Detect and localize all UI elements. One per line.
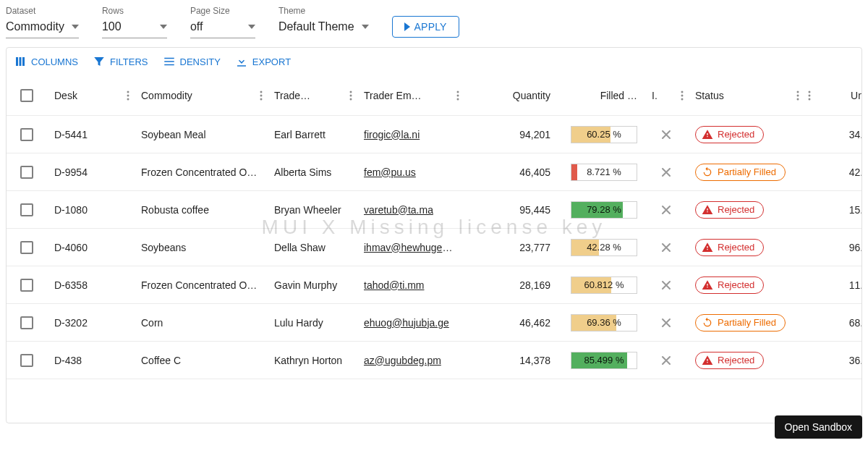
cell-desk: D-6358 bbox=[47, 279, 134, 291]
col-trader[interactable]: Trade… bbox=[267, 90, 357, 101]
export-button[interactable]: EXPORT bbox=[235, 55, 291, 68]
col-status[interactable]: Status bbox=[688, 90, 804, 101]
row-checkbox[interactable] bbox=[20, 354, 33, 367]
email-link[interactable]: ehuog@hujubja.ge bbox=[364, 317, 449, 329]
cell-commodity: Coffee C bbox=[134, 355, 267, 366]
cell-status: Partially Filled bbox=[688, 164, 804, 181]
row-checkbox[interactable] bbox=[20, 166, 33, 179]
status-badge: Rejected bbox=[695, 352, 764, 369]
col-desk[interactable]: Desk bbox=[47, 90, 134, 101]
close-icon[interactable] bbox=[659, 127, 673, 142]
fill-value: 42.28 % bbox=[587, 242, 621, 253]
col-filled[interactable]: Filled … bbox=[558, 90, 644, 101]
column-menu-icon[interactable] bbox=[808, 90, 811, 101]
density-button[interactable]: DENSITY bbox=[163, 55, 221, 68]
row-checkbox[interactable] bbox=[20, 241, 33, 254]
dataset-value: Commodity bbox=[6, 20, 64, 33]
cell-filled: 69.36 % bbox=[558, 314, 644, 332]
download-icon bbox=[235, 55, 248, 68]
row-checkbox[interactable] bbox=[20, 279, 33, 292]
close-icon[interactable] bbox=[659, 278, 673, 292]
cell-email: az@ugubdeg.pm bbox=[357, 355, 464, 366]
table-row[interactable]: D-5441Soybean MealEarl Barrettfirogic@la… bbox=[7, 116, 861, 153]
cell-trader: Gavin Murphy bbox=[267, 279, 357, 291]
cell-email: varetub@ta.ma bbox=[357, 204, 464, 216]
column-menu-icon[interactable] bbox=[681, 90, 684, 101]
select-all-checkbox[interactable] bbox=[20, 89, 33, 102]
svg-point-15 bbox=[681, 90, 684, 93]
email-link[interactable]: varetub@ta.ma bbox=[364, 204, 433, 216]
email-link[interactable]: fem@pu.us bbox=[364, 166, 416, 178]
cell-uni: 15.7 bbox=[804, 204, 862, 216]
open-sandbox-button[interactable]: Open Sandbox bbox=[775, 415, 862, 439]
col-uni[interactable]: Uni. bbox=[804, 90, 862, 101]
fill-value: 85.499 % bbox=[584, 355, 624, 366]
close-icon[interactable] bbox=[659, 353, 673, 368]
pagesize-control: Page Size off bbox=[190, 6, 255, 38]
filter-icon bbox=[93, 55, 106, 68]
row-checkbox[interactable] bbox=[20, 203, 33, 216]
close-icon[interactable] bbox=[659, 203, 673, 217]
status-badge: Rejected bbox=[695, 239, 764, 256]
close-icon[interactable] bbox=[659, 316, 673, 330]
cell-email: ehuog@hujubja.ge bbox=[357, 317, 464, 329]
cell-filled: 60.812 % bbox=[558, 276, 644, 294]
col-i[interactable]: I. bbox=[644, 90, 688, 101]
warning-icon bbox=[702, 204, 713, 216]
col-uni-label: Uni. bbox=[811, 90, 862, 101]
column-menu-icon[interactable] bbox=[796, 90, 799, 101]
cell-commodity: Frozen Concentrated O… bbox=[134, 279, 267, 291]
status-badge: Rejected bbox=[695, 126, 764, 143]
col-email[interactable]: Trader Em… bbox=[357, 90, 464, 101]
table-row[interactable]: D-438Coffee CKathryn Hortonaz@ugubdeg.pm… bbox=[7, 342, 861, 379]
cell-quantity: 14,378 bbox=[464, 355, 558, 366]
email-link[interactable]: tahod@ti.mm bbox=[364, 279, 424, 291]
row-checkbox[interactable] bbox=[20, 128, 33, 141]
status-text: Rejected bbox=[718, 355, 754, 366]
grid-body: D-5441Soybean MealEarl Barrettfirogic@la… bbox=[7, 116, 861, 379]
grid-toolbar: COLUMNS FILTERS DENSITY EXPORT bbox=[7, 48, 861, 75]
sandbox-label: Open Sandbox bbox=[785, 421, 852, 433]
row-checkbox[interactable] bbox=[20, 316, 33, 329]
col-commodity[interactable]: Commodity bbox=[134, 90, 267, 101]
column-menu-icon[interactable] bbox=[260, 90, 263, 101]
chevron-down-icon bbox=[248, 25, 255, 29]
table-row[interactable]: D-9954Frozen Concentrated O…Alberta Sims… bbox=[7, 153, 861, 191]
row-select bbox=[7, 203, 47, 216]
columns-button[interactable]: COLUMNS bbox=[14, 55, 78, 68]
apply-button[interactable]: APPLY bbox=[392, 16, 459, 38]
table-row[interactable]: D-4060SoybeansDella Shawihmav@hewhugew…2… bbox=[7, 229, 861, 266]
email-link[interactable]: firogic@la.ni bbox=[364, 129, 420, 140]
table-row[interactable]: D-3202CornLulu Hardyehuog@hujubja.ge46,4… bbox=[7, 304, 861, 342]
cell-quantity: 23,777 bbox=[464, 242, 558, 253]
filters-button[interactable]: FILTERS bbox=[93, 55, 148, 68]
email-link[interactable]: ihmav@hewhugew… bbox=[364, 242, 460, 253]
theme-select[interactable]: Default Theme bbox=[278, 17, 369, 38]
table-row[interactable]: D-1080Robusta coffeeBryan Wheelervaretub… bbox=[7, 191, 861, 229]
cell-filled: 8.721 % bbox=[558, 164, 644, 181]
col-quantity[interactable]: Quantity bbox=[464, 90, 558, 101]
col-commodity-label: Commodity bbox=[141, 90, 192, 101]
rows-select[interactable]: 100 bbox=[102, 17, 167, 38]
fill-value: 8.721 % bbox=[587, 166, 621, 177]
controls-bar: Dataset Commodity Rows 100 Page Size off… bbox=[0, 0, 868, 38]
column-menu-icon[interactable] bbox=[127, 90, 129, 101]
col-desk-label: Desk bbox=[54, 90, 77, 101]
column-menu-icon[interactable] bbox=[349, 90, 352, 101]
rows-control: Rows 100 bbox=[102, 6, 167, 38]
email-link[interactable]: az@ugubdeg.pm bbox=[364, 355, 441, 366]
cell-email: fem@pu.us bbox=[357, 166, 464, 178]
cell-filled: 42.28 % bbox=[558, 239, 644, 256]
export-label: EXPORT bbox=[252, 56, 291, 67]
cell-commodity: Corn bbox=[134, 317, 267, 329]
col-status-label: Status bbox=[695, 90, 724, 101]
fill-value: 60.812 % bbox=[584, 279, 624, 290]
row-select bbox=[7, 316, 47, 329]
dataset-select[interactable]: Commodity bbox=[6, 17, 79, 38]
pagesize-select[interactable]: off bbox=[190, 17, 255, 38]
close-icon[interactable] bbox=[659, 240, 673, 255]
cell-status: Rejected bbox=[688, 201, 804, 219]
table-row[interactable]: D-6358Frozen Concentrated O…Gavin Murphy… bbox=[7, 266, 861, 304]
column-menu-icon[interactable] bbox=[456, 90, 459, 101]
close-icon[interactable] bbox=[659, 165, 673, 180]
